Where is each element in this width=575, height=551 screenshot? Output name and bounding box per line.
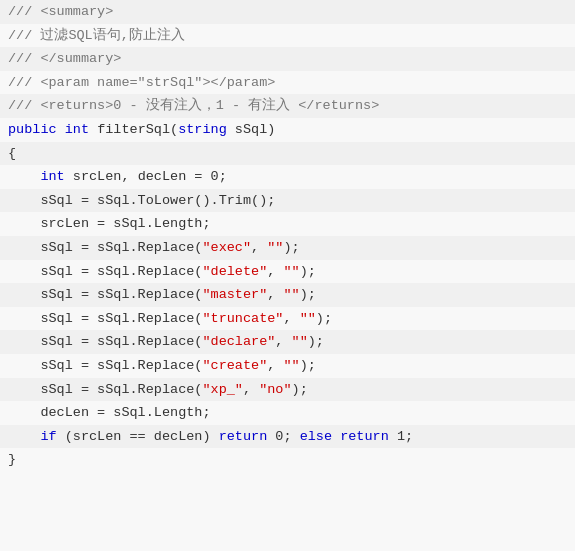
code-token: "declare" [202, 334, 275, 349]
code-token: sSql = sSql.Replace( [8, 382, 202, 397]
code-token: "create" [202, 358, 267, 373]
code-token: sSql = sSql.Replace( [8, 334, 202, 349]
code-token: (srcLen == decLen) [57, 429, 219, 444]
code-line: /// <summary> [0, 0, 575, 24]
code-token: "delete" [202, 264, 267, 279]
code-token: decLen = sSql.Length; [8, 405, 211, 420]
code-token: int [40, 169, 64, 184]
code-token: /// </summary> [8, 51, 121, 66]
code-token: "" [267, 240, 283, 255]
code-line: if (srcLen == decLen) return 0; else ret… [0, 425, 575, 449]
code-token: else [300, 429, 332, 444]
code-token: sSql) [227, 122, 276, 137]
code-token: "" [283, 358, 299, 373]
code-token: int [65, 122, 89, 137]
code-line: sSql = sSql.Replace("master", ""); [0, 283, 575, 307]
code-token: srcLen = sSql.Length; [8, 216, 211, 231]
code-line: sSql = sSql.Replace("declare", ""); [0, 330, 575, 354]
code-token: sSql = sSql.Replace( [8, 287, 202, 302]
code-token: "master" [202, 287, 267, 302]
code-token: return [219, 429, 268, 444]
code-line: int srcLen, decLen = 0; [0, 165, 575, 189]
code-token: sSql = sSql.Replace( [8, 311, 202, 326]
code-token: ); [300, 287, 316, 302]
code-token: "" [283, 264, 299, 279]
code-token: , [243, 382, 259, 397]
code-token: public [8, 122, 65, 137]
code-token: ); [283, 240, 299, 255]
code-token: /// <param name="strSql"></param> [8, 75, 275, 90]
code-line: sSql = sSql.Replace("exec", ""); [0, 236, 575, 260]
code-token: /// [8, 4, 40, 19]
code-line: sSql = sSql.ToLower().Trim(); [0, 189, 575, 213]
code-token: } [8, 452, 16, 467]
code-line: sSql = sSql.Replace("xp_", "no"); [0, 378, 575, 402]
code-token: "" [300, 311, 316, 326]
code-token: string [178, 122, 227, 137]
code-line: public int filterSql(string sSql) [0, 118, 575, 142]
code-line: decLen = sSql.Length; [0, 401, 575, 425]
code-token: "" [292, 334, 308, 349]
code-token: ); [308, 334, 324, 349]
code-token: "exec" [202, 240, 251, 255]
code-line: /// 过滤SQL语句,防止注入 [0, 24, 575, 48]
code-token: , [267, 358, 283, 373]
code-line: sSql = sSql.Replace("truncate", ""); [0, 307, 575, 331]
code-line: /// <returns>0 - 没有注入，1 - 有注入 </returns> [0, 94, 575, 118]
code-token: , [251, 240, 267, 255]
code-token: sSql = sSql.Replace( [8, 240, 202, 255]
code-token: , [283, 311, 299, 326]
code-token: , [267, 287, 283, 302]
code-token: "truncate" [202, 311, 283, 326]
code-token: ); [300, 358, 316, 373]
code-token: sSql = sSql.Replace( [8, 358, 202, 373]
code-token: 1; [389, 429, 413, 444]
code-token: 0; [267, 429, 299, 444]
code-token: , [275, 334, 291, 349]
code-token: if [40, 429, 56, 444]
code-line: { [0, 142, 575, 166]
code-token [332, 429, 340, 444]
code-token: "xp_" [202, 382, 243, 397]
code-token: ); [292, 382, 308, 397]
code-token [8, 429, 40, 444]
code-token: ); [316, 311, 332, 326]
code-token: filterSql( [89, 122, 178, 137]
code-line: srcLen = sSql.Length; [0, 212, 575, 236]
code-token: ); [300, 264, 316, 279]
code-line: /// <param name="strSql"></param> [0, 71, 575, 95]
code-token: return [340, 429, 389, 444]
code-block: /// <summary>/// 过滤SQL语句,防止注入/// </summa… [0, 0, 575, 472]
code-token: { [8, 146, 16, 161]
code-token: sSql = sSql.ToLower().Trim(); [8, 193, 275, 208]
code-token: srcLen, decLen = 0; [65, 169, 227, 184]
code-line: sSql = sSql.Replace("create", ""); [0, 354, 575, 378]
code-token: "" [283, 287, 299, 302]
code-line: } [0, 448, 575, 472]
code-token: /// 过滤SQL语句,防止注入 [8, 28, 185, 43]
code-token: <summary> [40, 4, 113, 19]
code-line: sSql = sSql.Replace("delete", ""); [0, 260, 575, 284]
code-token: "no" [259, 382, 291, 397]
code-token: , [267, 264, 283, 279]
code-line: /// </summary> [0, 47, 575, 71]
code-token [8, 169, 40, 184]
code-token: /// <returns>0 - 没有注入，1 - 有注入 </returns> [8, 98, 379, 113]
code-token: sSql = sSql.Replace( [8, 264, 202, 279]
